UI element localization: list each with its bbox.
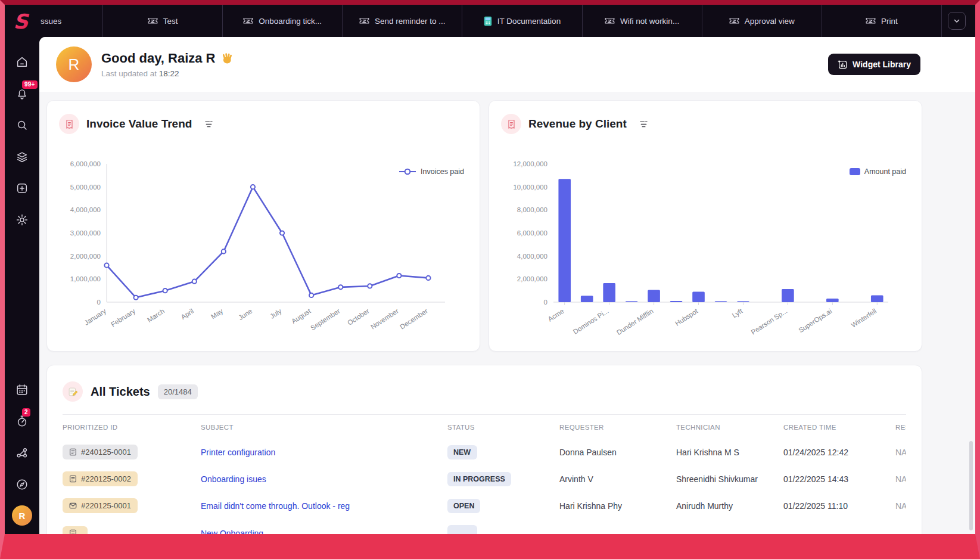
home-icon — [15, 55, 29, 71]
ticket-row-0[interactable]: #240125-0001Printer configurationNEWDonn… — [63, 439, 906, 465]
status-badge — [447, 525, 477, 534]
main-content: R Good day, Raiza R — [39, 37, 975, 534]
tab-label: Send reminder to ... — [375, 17, 446, 26]
status-badge: NEW — [447, 445, 477, 459]
vertical-scrollbar[interactable] — [969, 441, 973, 530]
svg-text:April: April — [180, 308, 195, 321]
topbar-tab-7[interactable]: Print — [822, 5, 942, 37]
svg-text:Lyft: Lyft — [731, 307, 744, 319]
svg-text:Dunder Mifflin: Dunder Mifflin — [615, 308, 655, 337]
svg-text:February: February — [110, 307, 136, 328]
compass-icon — [15, 478, 29, 493]
ticket-subject-link[interactable]: New Onboarding — [201, 529, 263, 535]
requester-cell: Donna Paulsen — [559, 439, 676, 465]
chevron-down-icon — [953, 17, 961, 25]
chart-title: Revenue by Client — [528, 117, 627, 131]
requester-cell: Arvinth V — [559, 465, 676, 492]
svg-text:4,000,000: 4,000,000 — [517, 253, 547, 260]
topbar-tab-1[interactable]: Test — [103, 5, 223, 37]
widget-library-button[interactable]: Widget Library — [828, 54, 920, 75]
ticket-row-2[interactable]: #220125-0001Email didn't come through. O… — [63, 492, 906, 519]
svg-text:6,000,000: 6,000,000 — [70, 160, 101, 167]
created-time-cell: 01/22/2025 14:43 — [783, 465, 895, 492]
sidebar-item-timesheet[interactable]: 2 — [10, 411, 34, 434]
topbar-tabs: ssuesTestOnboarding tick...Send reminder… — [39, 5, 942, 37]
filter-icon[interactable] — [640, 121, 648, 128]
svg-text:8,000,000: 8,000,000 — [517, 206, 547, 213]
svg-text:2,000,000: 2,000,000 — [517, 275, 547, 282]
sidebar-item-create[interactable] — [10, 178, 34, 201]
tickets-title: All Tickets — [91, 385, 150, 399]
ticket-id: #220125-0001 — [81, 501, 131, 510]
filter-icon[interactable] — [205, 121, 213, 128]
sidebar-item-home[interactable] — [10, 51, 34, 75]
svg-text:September: September — [309, 308, 341, 332]
sidebar-avatar[interactable]: R — [12, 505, 32, 526]
ticket-id-badge: #220125-0001 — [63, 498, 138, 513]
sidebar-item-workflow[interactable] — [10, 442, 34, 466]
sidebar-item-search[interactable] — [10, 114, 34, 138]
receipt-icon — [59, 114, 79, 134]
topbar-tab-0[interactable]: ssues — [39, 5, 103, 37]
svg-text:January: January — [83, 307, 107, 326]
svg-text:SuperOps.ai: SuperOps.ai — [797, 308, 833, 334]
tickets-count-badge: 20/1484 — [158, 384, 198, 399]
created-time-cell: 01/22/2025 11:10 — [783, 492, 895, 519]
technician-cell: Shreenidhi Shivkumar — [676, 465, 783, 492]
tabs-collapse-button[interactable] — [948, 12, 966, 30]
svg-text:August: August — [290, 307, 312, 325]
sidebar-item-notifications[interactable]: 99+ — [10, 83, 34, 107]
svg-text:1,000,000: 1,000,000 — [70, 275, 101, 282]
svg-text:10,000,000: 10,000,000 — [513, 184, 547, 191]
ticket-icon — [148, 17, 158, 25]
topbar-tab-2[interactable]: Onboarding tick... — [223, 5, 343, 37]
ticket-id: #240125-0001 — [81, 448, 131, 456]
note-icon — [69, 475, 77, 483]
avatar[interactable]: R — [56, 46, 92, 82]
svg-text:October: October — [346, 308, 371, 327]
svg-text:May: May — [210, 307, 225, 320]
svg-text:Winterfell: Winterfell — [850, 308, 878, 329]
sidebar-item-settings[interactable] — [10, 209, 34, 233]
requester-cell: Hari Krishna Phy — [559, 492, 676, 519]
topbar-tab-6[interactable]: Approval view — [702, 5, 822, 37]
ticket-icon — [729, 17, 739, 25]
ticket-row-1[interactable]: #220125-0002Onboarding isuesIN PROGRESSA… — [63, 465, 906, 492]
requester-cell — [559, 519, 676, 534]
superops-logo[interactable]: S — [5, 5, 39, 37]
status-badge: IN PROGRESS — [447, 472, 511, 486]
technician-cell — [676, 519, 783, 534]
svg-text:July: July — [269, 307, 283, 319]
sidebar-item-modules[interactable] — [10, 146, 34, 170]
topbar-tab-3[interactable]: Send reminder to ... — [343, 5, 462, 37]
tab-label: Approval view — [745, 17, 795, 26]
bar-chart-legend: Amount paid — [850, 167, 906, 176]
resolution-cell: NA — [895, 492, 906, 519]
note-icon — [69, 448, 77, 456]
topbar-tab-5[interactable]: Wifi not workin... — [583, 5, 702, 37]
ticket-subject-link[interactable]: Onboarding isues — [201, 474, 266, 484]
svg-text:Dominos Pi...: Dominos Pi... — [572, 308, 610, 336]
layers-icon — [15, 150, 29, 166]
plus-square-icon — [15, 182, 29, 197]
gear-icon — [15, 213, 29, 229]
column-header-5: CREATED TIME — [783, 415, 895, 439]
resolution-cell: NA — [895, 465, 906, 492]
ticket-subject-link[interactable]: Email didn't come through. Outlook - reg — [201, 501, 350, 511]
chart-title: Invoice Value Trend — [86, 117, 192, 131]
tab-label: IT Documentation — [497, 17, 561, 26]
topbar-tab-4[interactable]: IT Documentation — [462, 5, 582, 37]
ticket-icon — [605, 17, 615, 25]
ticket-id-badge — [63, 526, 88, 534]
stopwatch-icon — [15, 415, 29, 430]
sidebar-item-calendar[interactable] — [10, 379, 34, 403]
sidebar-item-discover[interactable] — [10, 474, 34, 498]
charts-row: Invoice Value Trend Invoices paid — [46, 100, 975, 352]
wave-hand-icon — [220, 52, 234, 65]
svg-text:November: November — [369, 308, 400, 331]
svg-text:Acme: Acme — [547, 308, 565, 323]
ticket-subject-link[interactable]: Printer configuration — [201, 448, 275, 457]
topbar: S ssuesTestOnboarding tick...Send remind… — [5, 5, 975, 37]
created-time-cell — [783, 519, 895, 534]
ticket-row-3[interactable]: New Onboarding — [63, 519, 906, 534]
